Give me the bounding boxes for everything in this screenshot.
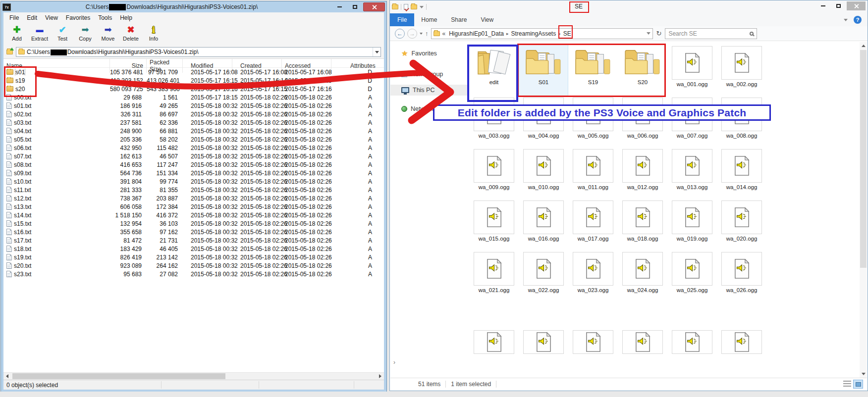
menu-help[interactable]: Help [116, 14, 136, 21]
toolbar-delete-button[interactable]: ✖Delete [120, 24, 141, 42]
toolbar-info-button[interactable]: iInfo [143, 24, 164, 42]
table-row[interactable]: s02.txt326 31186 6972015-05-18 00:322015… [3, 110, 384, 118]
explorer-titlebar[interactable]: SE [390, 0, 868, 13]
scroll-right-icon[interactable] [379, 374, 381, 378]
file-item[interactable]: wa_025.ogg [668, 251, 716, 302]
breadcrumb-item[interactable]: HigurashiEp01_Data [448, 30, 505, 37]
new-folder-shortcut-icon[interactable] [411, 4, 417, 9]
file-item[interactable]: wa_014.ogg [717, 148, 766, 199]
table-row[interactable]: s12.txt738 367203 8872015-05-18 00:32201… [3, 194, 384, 202]
expand-ribbon-icon[interactable] [844, 19, 848, 21]
tab-home[interactable]: Home [414, 13, 444, 26]
table-row[interactable]: s05.txt205 33658 2022015-05-18 00:322015… [3, 135, 384, 144]
file-item[interactable]: wa_015.ogg [470, 199, 518, 251]
file-item[interactable]: wa_019.ogg [668, 199, 716, 251]
details-view-button[interactable] [843, 381, 851, 388]
file-item[interactable]: wa_009.ogg [470, 148, 518, 199]
nav-scroll-icon[interactable]: › [393, 359, 395, 366]
close-button[interactable] [363, 2, 385, 11]
tab-file[interactable]: File [390, 13, 414, 26]
sidebar-item-homegroup[interactable]: Homegroup [390, 69, 469, 80]
folder-item[interactable]: S19 [569, 45, 617, 97]
table-row[interactable]: s18.txt183 42946 4052015-05-18 00:322015… [3, 245, 384, 253]
file-item[interactable]: wa_018.ogg [618, 199, 667, 251]
file-item[interactable] [470, 302, 518, 354]
forward-button[interactable]: → [407, 29, 417, 39]
sidebar-item-this-pc[interactable]: This PC [390, 85, 469, 96]
address-dropdown-button[interactable] [373, 48, 380, 56]
file-item[interactable] [717, 302, 766, 354]
tab-view[interactable]: View [474, 13, 500, 26]
menu-favorites[interactable]: Favorites [62, 14, 94, 21]
file-item[interactable]: wa_024.ogg [618, 251, 667, 302]
file-item[interactable]: wa_010.ogg [519, 148, 568, 199]
properties-shortcut-icon[interactable] [404, 4, 408, 10]
table-row[interactable]: s01.txt186 91649 2652015-05-18 00:322015… [3, 101, 384, 110]
breadcrumb-item[interactable]: StreamingAssets [510, 30, 557, 37]
toolbar-test-button[interactable]: ✔Test [52, 24, 73, 42]
tab-share[interactable]: Share [444, 13, 474, 26]
table-row[interactable]: s15.txt132 95436 1032015-05-18 00:322015… [3, 219, 384, 228]
file-item[interactable]: wa_005.ogg [569, 97, 617, 148]
table-row[interactable]: s23.txt95 68327 0822015-05-18 00:322015-… [3, 270, 384, 278]
thumbnail-view-button[interactable] [853, 380, 863, 389]
table-row[interactable]: s00.txt29 6881 5612015-05-17 18:152015-0… [3, 93, 384, 101]
address-bar[interactable]: « HigurashiEp01_Data▸StreamingAssets▸SE [431, 28, 653, 39]
refresh-button[interactable]: ↻ [655, 30, 663, 37]
file-item[interactable]: wa_020.ogg [717, 199, 766, 251]
sidebar-item-network[interactable]: Network [390, 103, 469, 114]
table-row[interactable]: s19413 303 152413 026 4012015-05-17 16:1… [3, 76, 384, 85]
toolbar-copy-button[interactable]: ➡Copy [75, 24, 96, 42]
toolbar-extract-button[interactable]: ▬Extract [29, 24, 50, 42]
file-item[interactable]: wa_004.ogg [519, 97, 568, 148]
vertical-scrollbar[interactable] [860, 42, 867, 378]
scroll-left-icon[interactable] [6, 374, 8, 378]
table-row[interactable]: s06.txt432 950115 4822015-05-18 00:32201… [3, 144, 384, 152]
back-button[interactable]: ← [395, 29, 405, 39]
file-item[interactable]: wa_008.ogg [717, 97, 766, 148]
breadcrumb-item[interactable]: SE [562, 30, 572, 37]
customize-qat-icon[interactable] [420, 6, 424, 8]
7zip-address-combobox[interactable]: C:\UsersDownloads\Higurashi\HigurashiPS3… [16, 47, 381, 57]
root-folder-icon[interactable] [6, 50, 13, 54]
recent-locations-icon[interactable] [420, 33, 423, 35]
scrollbar-thumb[interactable] [12, 373, 225, 379]
table-row[interactable]: s16.txt355 65897 1622015-05-18 00:322015… [3, 228, 384, 236]
scroll-up-icon[interactable] [862, 45, 866, 47]
file-item[interactable]: wa_012.ogg [618, 148, 667, 199]
file-item[interactable] [569, 302, 617, 354]
table-row[interactable]: s08.txt416 653117 2472015-05-18 00:32201… [3, 160, 384, 169]
file-item[interactable]: wa_021.ogg [470, 251, 518, 302]
toolbar-move-button[interactable]: ➡Move [98, 24, 118, 42]
menu-file[interactable]: File [5, 14, 23, 21]
file-item[interactable]: wa_001.ogg [668, 45, 716, 97]
scroll-down-icon[interactable] [862, 373, 866, 375]
file-item[interactable]: wa_002.ogg [717, 45, 766, 97]
table-row[interactable]: s03.txt237 58162 3362015-05-18 00:322015… [3, 118, 384, 127]
menu-edit[interactable]: Edit [23, 14, 41, 21]
minimize-button[interactable] [332, 2, 347, 11]
table-row[interactable]: s13.txt606 058172 3842015-05-18 00:32201… [3, 202, 384, 211]
file-item[interactable] [519, 302, 568, 354]
table-row[interactable]: s01105 376 48197 591 7092015-05-17 16:08… [3, 68, 384, 76]
table-row[interactable]: s10.txt391 80499 7742015-05-18 00:322015… [3, 177, 384, 186]
up-button[interactable]: ↑ [425, 30, 429, 37]
file-item[interactable]: wa_023.ogg [569, 251, 617, 302]
table-row[interactable]: s04.txt248 90066 8812015-05-18 00:322015… [3, 127, 384, 135]
7zip-titlebar[interactable]: 7z C:\UsersDownloads\Higurashi\Higurashi… [1, 1, 386, 12]
maximize-button[interactable] [348, 2, 362, 11]
search-box[interactable]: Search SE [665, 28, 757, 39]
file-item[interactable] [618, 302, 667, 354]
scrollbar-thumb[interactable] [860, 50, 867, 268]
table-row[interactable]: s14.txt1 518 150416 3722015-05-18 00:322… [3, 211, 384, 219]
file-item[interactable]: wa_016.ogg [519, 199, 568, 251]
table-row[interactable]: s11.txt281 33381 3552015-05-18 00:322015… [3, 186, 384, 194]
table-row[interactable]: s20.txt923 089264 1622015-05-18 00:32201… [3, 261, 384, 270]
file-item[interactable] [668, 302, 716, 354]
table-row[interactable]: s09.txt564 736151 3342015-05-18 00:32201… [3, 169, 384, 177]
menu-tools[interactable]: Tools [94, 14, 116, 21]
file-item[interactable]: wa_017.ogg [569, 199, 617, 251]
file-item[interactable]: wa_011.ogg [569, 148, 617, 199]
table-row[interactable]: s19.txt826 419213 1422015-05-18 00:32201… [3, 253, 384, 261]
table-row[interactable]: s07.txt162 61346 5072015-05-18 00:322015… [3, 152, 384, 160]
